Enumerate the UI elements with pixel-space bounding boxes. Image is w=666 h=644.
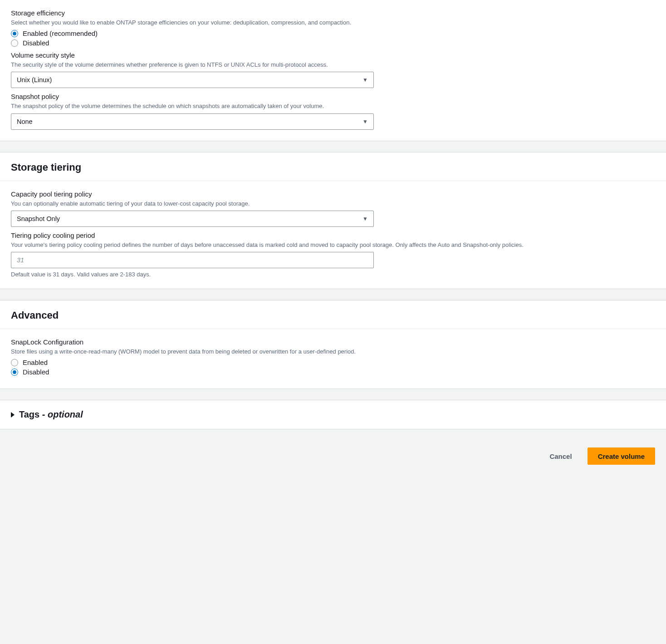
caret-down-icon: ▼	[362, 216, 368, 222]
cooling-period-field: Tiering policy cooling period Your volum…	[11, 231, 655, 278]
storage-efficiency-field: Storage efficiency Select whether you wo…	[11, 9, 374, 47]
capacity-policy-label: Capacity pool tiering policy	[11, 190, 374, 198]
advanced-panel: Advanced SnapLock Configuration Store fi…	[0, 300, 666, 389]
advanced-body: SnapLock Configuration Store files using…	[0, 329, 666, 388]
footer-actions: Cancel Create volume	[0, 440, 666, 476]
capacity-policy-desc: You can optionally enable automatic tier…	[11, 200, 374, 208]
volume-security-desc: The security style of the volume determi…	[11, 61, 374, 69]
volume-settings-body: Storage efficiency Select whether you wo…	[0, 0, 666, 141]
snaplock-field: SnapLock Configuration Store files using…	[11, 338, 374, 376]
snaplock-disabled-option[interactable]: Disabled	[11, 368, 374, 376]
snaplock-enabled-option[interactable]: Enabled	[11, 359, 374, 366]
volume-security-value: Unix (Linux)	[17, 76, 52, 84]
tags-optional-suffix: - optional	[39, 409, 83, 419]
caret-right-icon	[11, 412, 15, 418]
radio-unselected-icon	[11, 39, 18, 47]
volume-security-field: Volume security style The security style…	[11, 51, 374, 88]
advanced-heading: Advanced	[11, 310, 655, 321]
storage-efficiency-label: Storage efficiency	[11, 9, 374, 17]
storage-efficiency-desc: Select whether you would like to enable …	[11, 19, 374, 27]
create-volume-button[interactable]: Create volume	[588, 447, 655, 465]
snaplock-enabled-label: Enabled	[23, 359, 48, 366]
snapshot-policy-label: Snapshot policy	[11, 93, 374, 100]
cooling-period-label: Tiering policy cooling period	[11, 231, 655, 239]
cooling-period-desc: Your volume's tiering policy cooling per…	[11, 241, 655, 249]
snapshot-policy-field: Snapshot policy The snapshot policy of t…	[11, 93, 374, 129]
snaplock-label: SnapLock Configuration	[11, 338, 374, 346]
cooling-period-hint: Default value is 31 days. Valid values a…	[11, 271, 655, 278]
volume-security-select[interactable]: Unix (Linux) ▼	[11, 72, 374, 88]
snaplock-desc: Store files using a write-once-read-many…	[11, 348, 374, 356]
capacity-policy-select[interactable]: Snapshot Only ▼	[11, 211, 374, 227]
volume-settings-panel: Storage efficiency Select whether you wo…	[0, 0, 666, 141]
storage-efficiency-enabled-option[interactable]: Enabled (recommended)	[11, 29, 374, 37]
tags-heading: Tags - optional	[19, 409, 83, 420]
storage-tiering-body: Capacity pool tiering policy You can opt…	[0, 181, 666, 289]
storage-efficiency-disabled-label: Disabled	[23, 39, 49, 47]
advanced-header: Advanced	[0, 300, 666, 329]
snaplock-disabled-label: Disabled	[23, 368, 49, 376]
capacity-policy-field: Capacity pool tiering policy You can opt…	[11, 190, 374, 227]
storage-efficiency-enabled-label: Enabled (recommended)	[23, 29, 98, 37]
caret-down-icon: ▼	[362, 77, 368, 83]
tags-expander[interactable]: Tags - optional	[0, 400, 666, 429]
volume-security-label: Volume security style	[11, 51, 374, 59]
snapshot-policy-select[interactable]: None ▼	[11, 113, 374, 130]
radio-unselected-icon	[11, 359, 18, 366]
snapshot-policy-desc: The snapshot policy of the volume determ…	[11, 102, 374, 110]
cooling-period-input[interactable]	[11, 252, 374, 268]
storage-tiering-header: Storage tiering	[0, 152, 666, 181]
storage-efficiency-disabled-option[interactable]: Disabled	[11, 39, 374, 47]
radio-selected-icon	[11, 369, 18, 376]
radio-selected-icon	[11, 30, 18, 37]
storage-tiering-panel: Storage tiering Capacity pool tiering po…	[0, 152, 666, 289]
cancel-button[interactable]: Cancel	[539, 447, 582, 465]
capacity-policy-value: Snapshot Only	[17, 215, 60, 222]
snapshot-policy-value: None	[17, 118, 33, 125]
tags-label: Tags	[19, 409, 39, 419]
caret-down-icon: ▼	[362, 118, 368, 125]
storage-tiering-heading: Storage tiering	[11, 162, 655, 173]
